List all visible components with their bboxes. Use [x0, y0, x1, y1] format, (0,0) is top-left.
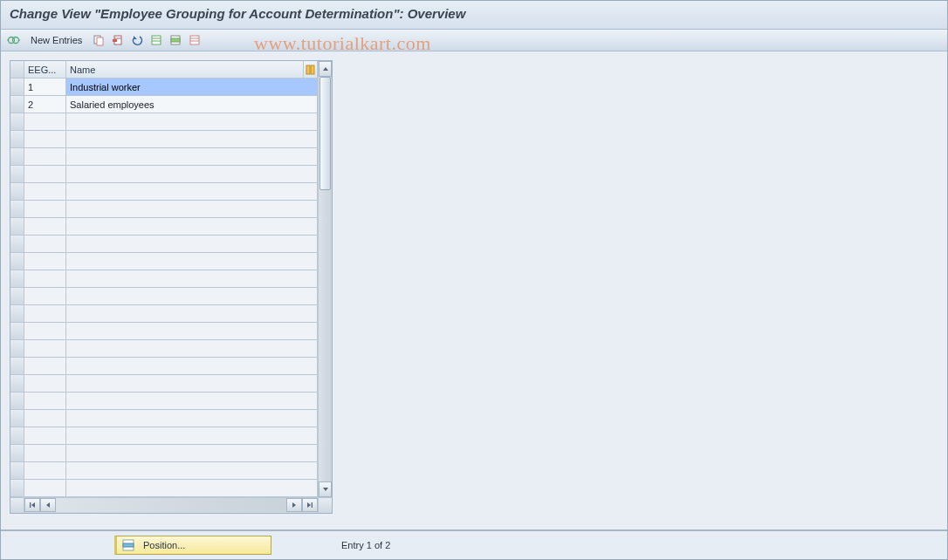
cell-eeg[interactable]: 2 — [24, 96, 66, 113]
row-selector[interactable] — [10, 131, 24, 148]
cell-eeg-empty[interactable] — [24, 236, 66, 253]
svg-rect-8 — [113, 39, 117, 42]
cell-name-empty[interactable] — [66, 393, 318, 410]
row-selector[interactable] — [10, 305, 24, 323]
cell-eeg-empty[interactable] — [24, 480, 66, 497]
cell-name-empty[interactable] — [66, 236, 318, 253]
cell-eeg-empty[interactable] — [24, 113, 66, 131]
cell-name-empty[interactable] — [66, 288, 318, 305]
cell-name-empty[interactable] — [66, 358, 318, 375]
row-selector[interactable] — [10, 166, 24, 183]
new-entries-button[interactable]: New Entries — [25, 33, 87, 47]
cell-name-empty[interactable] — [66, 166, 318, 183]
row-selector[interactable] — [10, 410, 24, 427]
cell-eeg-empty[interactable] — [24, 253, 66, 270]
column-header-eeg[interactable]: EEG... — [24, 61, 66, 79]
cell-name-empty[interactable] — [66, 253, 318, 270]
row-selector[interactable] — [10, 270, 24, 288]
cell-name-empty[interactable] — [66, 445, 318, 462]
cell-eeg-empty[interactable] — [24, 427, 66, 445]
row-selector[interactable] — [10, 480, 24, 497]
row-selector[interactable] — [10, 393, 24, 410]
row-selector[interactable] — [10, 201, 24, 218]
copy-as-icon[interactable] — [91, 32, 106, 48]
cell-name-empty[interactable] — [66, 427, 318, 445]
position-button[interactable]: Position... — [114, 536, 271, 555]
cell-name-empty[interactable] — [66, 131, 318, 148]
cell-eeg-empty[interactable] — [24, 445, 66, 462]
row-selector[interactable] — [10, 96, 24, 113]
row-selector[interactable] — [10, 358, 24, 375]
column-header-name[interactable]: Name — [66, 61, 318, 79]
cell-name-empty[interactable] — [66, 323, 318, 340]
row-selector[interactable] — [10, 148, 24, 166]
row-selector[interactable] — [10, 113, 24, 131]
cell-eeg-empty[interactable] — [24, 393, 66, 410]
cell-eeg-empty[interactable] — [24, 288, 66, 305]
cell-name-empty[interactable] — [66, 480, 318, 497]
cell-name-empty[interactable] — [66, 305, 318, 323]
cell-name-empty[interactable] — [66, 410, 318, 427]
undo-change-icon[interactable] — [129, 32, 145, 48]
row-selector[interactable] — [10, 218, 24, 236]
row-selector[interactable] — [10, 323, 24, 340]
cell-name-empty[interactable] — [66, 201, 318, 218]
cell-eeg-empty[interactable] — [24, 166, 66, 183]
cell-eeg[interactable]: 1 — [24, 79, 66, 96]
cell-name[interactable]: Industrial worker — [66, 79, 318, 96]
row-selector[interactable] — [10, 427, 24, 445]
select-all-icon[interactable] — [148, 32, 164, 48]
scroll-thumb-vertical[interactable] — [319, 77, 331, 190]
cell-eeg-empty[interactable] — [24, 131, 66, 148]
delete-icon[interactable] — [110, 32, 126, 48]
cell-name-empty[interactable] — [66, 375, 318, 393]
cell-name-empty[interactable] — [66, 218, 318, 236]
page-title: Change View "Employee Grouping for Accou… — [10, 6, 938, 21]
toggle-display-change-icon[interactable] — [6, 32, 22, 48]
cell-eeg-empty[interactable] — [24, 375, 66, 393]
cell-name-empty[interactable] — [66, 340, 318, 358]
row-selector[interactable] — [10, 183, 24, 201]
cell-name[interactable]: Salaried employees — [66, 96, 318, 113]
row-selector[interactable] — [10, 462, 24, 480]
table-corner-select-all[interactable] — [10, 61, 24, 79]
scroll-down-button[interactable] — [319, 481, 332, 497]
deselect-all-icon[interactable] — [187, 32, 203, 48]
cell-eeg-empty[interactable] — [24, 305, 66, 323]
horizontal-scrollbar[interactable] — [10, 497, 332, 513]
scroll-left-button[interactable] — [40, 498, 56, 512]
cell-eeg-empty[interactable] — [24, 340, 66, 358]
row-selector[interactable] — [10, 288, 24, 305]
scroll-first-button[interactable] — [24, 498, 40, 512]
cell-name-empty[interactable] — [66, 270, 318, 288]
cell-eeg-empty[interactable] — [24, 323, 66, 340]
scroll-track-vertical[interactable] — [319, 77, 332, 481]
configure-columns-icon[interactable] — [303, 61, 317, 79]
svg-rect-17 — [306, 65, 310, 74]
scroll-up-button[interactable] — [319, 61, 332, 77]
vertical-scrollbar[interactable] — [318, 61, 332, 497]
cell-name-empty[interactable] — [66, 462, 318, 480]
cell-eeg-empty[interactable] — [24, 270, 66, 288]
cell-eeg-empty[interactable] — [24, 183, 66, 201]
cell-name-empty[interactable] — [66, 148, 318, 166]
scroll-right-button[interactable] — [286, 498, 302, 512]
scroll-last-button[interactable] — [302, 498, 318, 512]
svg-rect-21 — [123, 540, 134, 550]
row-selector[interactable] — [10, 236, 24, 253]
scroll-track-horizontal[interactable] — [56, 498, 286, 512]
row-selector[interactable] — [10, 445, 24, 462]
cell-eeg-empty[interactable] — [24, 358, 66, 375]
row-selector[interactable] — [10, 375, 24, 393]
row-selector[interactable] — [10, 253, 24, 270]
cell-eeg-empty[interactable] — [24, 462, 66, 480]
cell-eeg-empty[interactable] — [24, 218, 66, 236]
cell-name-empty[interactable] — [66, 183, 318, 201]
cell-eeg-empty[interactable] — [24, 201, 66, 218]
select-block-icon[interactable] — [168, 32, 183, 48]
cell-eeg-empty[interactable] — [24, 410, 66, 427]
cell-eeg-empty[interactable] — [24, 148, 66, 166]
row-selector[interactable] — [10, 340, 24, 358]
cell-name-empty[interactable] — [66, 113, 318, 131]
row-selector[interactable] — [10, 79, 24, 96]
